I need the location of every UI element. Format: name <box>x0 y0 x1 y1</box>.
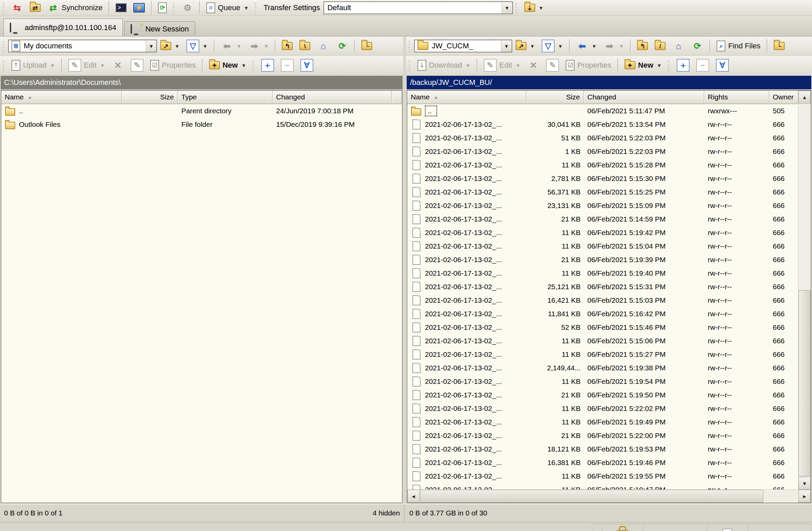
remote-new-button[interactable]: ✦New▼ <box>621 60 665 71</box>
local-header-name[interactable]: Name▲ <box>1 91 122 103</box>
remote-path-bar[interactable]: /backup/JW_CUCM_BU/ <box>407 76 811 89</box>
notes-pane[interactable]: ≡ <box>707 524 748 531</box>
table-row[interactable]: 2021-02-06-17-13-02_... 2,149,44... 06/F… <box>407 361 811 375</box>
scroll-left-icon[interactable]: ◄ <box>407 490 420 503</box>
local-filter-button[interactable]: ▽▼ <box>183 38 211 54</box>
table-row[interactable]: 2021-02-06-17-13-02_... 1 KB 06/Feb/2021… <box>407 145 811 158</box>
remote-command-button[interactable]: ⚡ <box>130 2 148 14</box>
remote-rename-button[interactable]: ✎ <box>543 58 562 73</box>
table-row[interactable]: 2021-02-06-17-13-02_... 11 KB 06/Feb/202… <box>407 239 811 253</box>
table-row[interactable]: 2021-02-06-17-13-02_... 11 KB 06/Feb/202… <box>407 334 811 348</box>
table-row[interactable]: 2021-02-06-17-13-02_... 11,841 KB 06/Feb… <box>407 307 811 321</box>
remote-header-owner[interactable]: Owner <box>769 91 798 103</box>
table-row[interactable]: .. 06/Feb/2021 5:11:47 PM rwxrwx--- 505 <box>407 104 811 118</box>
upload-button[interactable]: ⇡Upload▼ <box>8 59 59 72</box>
remote-properties-button[interactable]: ☑Properties <box>562 59 614 72</box>
local-tree-view-button[interactable]: └ <box>358 41 376 51</box>
local-home-directory-button[interactable]: ⌂ <box>314 39 333 54</box>
local-edit-button[interactable]: ✎Edit▼ <box>65 58 108 73</box>
toolbar-grip[interactable] <box>668 60 671 71</box>
scroll-down-icon[interactable]: ▼ <box>798 477 811 490</box>
table-row[interactable]: 2021-02-06-17-13-02_... 21 KB 06/Feb/202… <box>407 253 811 266</box>
local-parent-directory-button[interactable]: ↰ <box>278 41 296 51</box>
table-row[interactable]: 2021-02-06-17-13-02_... 16,421 KB 06/Feb… <box>407 294 811 307</box>
local-drive-combobox[interactable]: ≣ My documents ▼ <box>8 40 157 53</box>
table-row[interactable]: 2021-02-06-17-13-02_... 18,121 KB 06/Feb… <box>407 442 811 456</box>
transfer-options-button[interactable]: ⇣▼ <box>521 2 547 13</box>
local-forward-button[interactable]: ➡▼ <box>245 39 272 54</box>
transfer-settings-combobox[interactable]: Default ▼ <box>323 1 513 14</box>
preferences-button[interactable]: ⚙ <box>178 1 197 15</box>
toolbar-grip[interactable] <box>173 2 176 14</box>
commander-sync-button[interactable]: ⇄ <box>26 2 44 13</box>
remote-invert-selection-button[interactable]: ∀ <box>712 58 732 73</box>
table-row[interactable]: 2021-02-06-17-13-02_... 11 KB 06/Feb/202… <box>407 415 811 429</box>
vertical-scroll-thumb[interactable] <box>798 290 811 476</box>
toolbar-grip[interactable] <box>255 2 258 14</box>
toolbar-grip[interactable] <box>516 2 519 14</box>
remote-delete-button[interactable]: ✕ <box>524 58 543 73</box>
remote-forward-button[interactable]: ➡▼ <box>600 39 628 54</box>
remote-directory-combobox[interactable]: JW_CUCM_ ▼ <box>414 40 512 53</box>
find-files-button[interactable]: ⌕Find Files <box>713 39 764 53</box>
scroll-right-icon[interactable]: ► <box>798 490 811 503</box>
table-row[interactable]: 2021-02-06-17-13-02_... 11 KB 06/Feb/202… <box>407 348 811 361</box>
synchronize-button[interactable]: ⇄Synchronize <box>44 1 106 15</box>
table-row[interactable]: 2021-02-06-17-13-02_... 23,131 KB 06/Feb… <box>407 199 811 212</box>
toolbar-grip[interactable] <box>252 60 256 71</box>
table-row[interactable]: 2021-02-06-17-13-02_... 11 KB 06/Feb/202… <box>407 470 811 483</box>
table-row[interactable]: 2021-02-06-17-13-02_... 51 KB 06/Feb/202… <box>407 131 811 145</box>
remote-horizontal-scrollbar[interactable]: ◄ ► <box>407 489 811 503</box>
table-row[interactable]: 2021-02-06-17-13-02_... 52 KB 06/Feb/202… <box>407 321 811 334</box>
local-new-button[interactable]: ✦New▼ <box>206 60 250 71</box>
remote-parent-directory-button[interactable]: ↰ <box>634 41 651 51</box>
table-row[interactable]: 2021-02-06-17-13-02_... 30,041 KB 06/Feb… <box>407 118 811 131</box>
remote-select-button[interactable]: ＋ <box>673 58 693 73</box>
table-row[interactable]: 2021-02-06-17-13-02_... 56,371 KB 06/Feb… <box>407 185 811 199</box>
local-status-hidden[interactable]: 4 hidden <box>373 509 400 517</box>
table-row[interactable]: Outlook Files File folder 15/Dec/2019 9:… <box>1 118 402 131</box>
table-row[interactable]: 2021-02-06-17-13-02_... 16,381 KB 06/Feb… <box>407 456 811 470</box>
panel-splitter[interactable] <box>403 36 406 504</box>
toolbar-grip[interactable] <box>3 60 6 71</box>
table-row[interactable]: 2021-02-06-17-13-02_... 11 KB 06/Feb/202… <box>407 402 811 415</box>
local-unselect-button[interactable]: − <box>277 58 297 73</box>
local-select-button[interactable]: ＋ <box>258 58 277 73</box>
local-header-type[interactable]: Type <box>178 91 273 103</box>
remote-home-directory-button[interactable]: ⌂ <box>669 39 688 54</box>
toolbar-grip[interactable] <box>409 60 412 71</box>
table-row[interactable]: 2021-02-06-17-13-02_... 25,121 KB 06/Feb… <box>407 280 811 294</box>
background-transfers-button[interactable]: ⟳ <box>155 1 170 15</box>
table-row[interactable]: 2021-02-06-17-13-02_... 21 KB 06/Feb/202… <box>407 388 811 402</box>
remote-header-size[interactable]: Size <box>526 91 584 103</box>
local-rename-button[interactable]: ✎ <box>127 58 147 73</box>
horizontal-scroll-thumb[interactable] <box>420 490 763 503</box>
remote-vertical-scrollbar[interactable]: ▲ ▼ <box>798 91 811 490</box>
local-delete-button[interactable]: ✕ <box>108 58 127 73</box>
remote-edit-button[interactable]: ✎Edit▼ <box>480 58 524 73</box>
local-refresh-button[interactable]: ⟳ <box>333 39 351 54</box>
table-row[interactable]: 2021-02-06-17-13-02_... 21 KB 06/Feb/202… <box>407 212 811 226</box>
toolbar-grip[interactable] <box>3 40 6 52</box>
chevron-down-icon[interactable]: ▼ <box>146 40 156 52</box>
local-properties-button[interactable]: ☑Properties <box>147 59 199 72</box>
synchronize-browsing-button[interactable]: ⇆ <box>8 1 26 15</box>
local-open-directory-button[interactable]: ↗▼ <box>157 41 183 51</box>
local-root-directory-button[interactable]: \ <box>296 41 314 51</box>
open-console-button[interactable]: > <box>112 2 130 14</box>
scroll-up-icon[interactable]: ▲ <box>798 91 811 103</box>
chevron-down-icon[interactable]: ▼ <box>501 40 511 52</box>
remote-header-rights[interactable]: Rights <box>705 91 769 103</box>
remote-back-button[interactable]: ⬅▼ <box>573 39 600 54</box>
local-header-changed[interactable]: Changed <box>273 91 392 103</box>
new-session-tab[interactable]: ✦ New Session <box>124 21 195 36</box>
table-row[interactable]: 2021-02-06-17-13-02_... 11 KB 06/Feb/202… <box>407 226 811 239</box>
local-invert-selection-button[interactable]: ∀ <box>297 58 317 73</box>
remote-tree-view-button[interactable]: └ <box>770 41 788 51</box>
table-row[interactable]: 2021-02-06-17-13-02_... 11 KB 06/Feb/202… <box>407 483 811 489</box>
table-row[interactable]: 2021-02-06-17-13-02_... 11 KB 06/Feb/202… <box>407 266 811 280</box>
remote-header-name[interactable]: Name▲ <box>407 91 526 103</box>
chevron-down-icon[interactable]: ▼ <box>502 2 512 14</box>
queue-button[interactable]: ≡Queue▼ <box>203 1 252 15</box>
encryption-status-pane[interactable] <box>602 524 643 531</box>
